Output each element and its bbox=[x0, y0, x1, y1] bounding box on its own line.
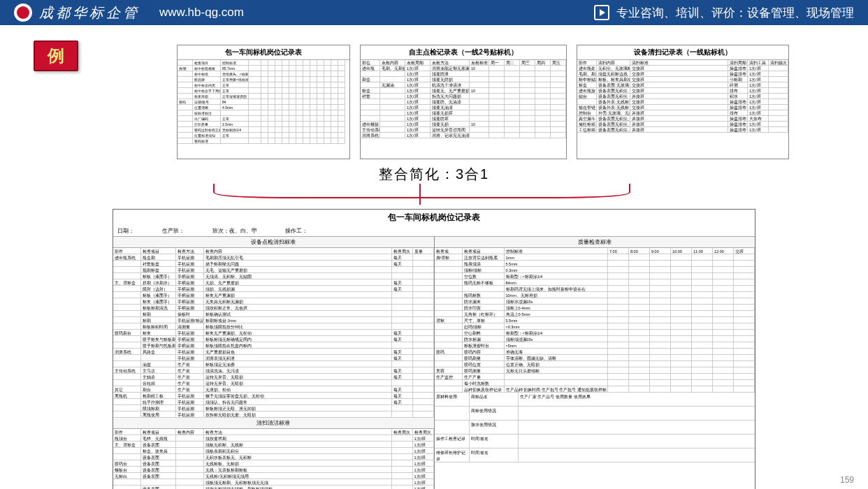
form1-record: 包一车间标机岗位记录表 检查项目控制标准身/喷标中标签规格85.7mm标中标纸无… bbox=[177, 45, 350, 159]
form2-title: 自主点检记录表（一线2号贴标机） bbox=[361, 45, 566, 60]
logo-icon bbox=[14, 3, 32, 22]
merge-connector bbox=[85, 184, 783, 205]
source-forms-row: 包一车间标机岗位记录表 检查项目控制标准身/喷标中标签规格85.7mm标中标纸无… bbox=[119, 45, 847, 159]
tagline: 专业咨询、培训、评价：设备管理、现场管理 bbox=[616, 5, 854, 21]
play-icon bbox=[594, 5, 609, 20]
cleaning-header: 清扫清洁标准 bbox=[113, 418, 434, 429]
form3-cleaning: 设备清扫记录表（一线贴标机） 部件清扫内容清扫标准清扫周期清扫工具清扫频次进出瓶… bbox=[577, 45, 789, 159]
meta-shift: 生产班： bbox=[162, 227, 185, 235]
form2-inspection: 自主点检记录表（一线2号贴标机） 部位点检内容点检周期点检方法点检标准周一周二周… bbox=[360, 45, 567, 159]
left-section-header: 设备点检清扫标准 bbox=[113, 237, 434, 248]
merge-label: 整合简化：3合1 bbox=[21, 165, 847, 184]
company-name: 成都华标企管 bbox=[39, 3, 140, 22]
example-badge: 例 bbox=[34, 41, 78, 71]
bigform-meta: 日期： 生产班： 班次：夜、白、甲 操作工： bbox=[113, 226, 755, 237]
form1-title: 包一车间标机岗位记录表 bbox=[178, 45, 349, 60]
right-section-header: 质量检查标准 bbox=[435, 237, 755, 248]
bigform-title: 包一车间标机岗位记录表 bbox=[113, 210, 755, 226]
combined-form: 包一车间标机岗位记录表 日期： 生产班： 班次：夜、白、甲 操作工： 设备点检清… bbox=[113, 209, 755, 489]
website-url: www.hb-qg.com bbox=[159, 6, 244, 20]
meta-operator: 操作工： bbox=[285, 227, 308, 235]
header-bar: 成都华标企管 www.hb-qg.com 专业咨询、培训、评价：设备管理、现场管… bbox=[0, 0, 868, 25]
form3-title: 设备清扫记录表（一线贴标机） bbox=[577, 45, 788, 60]
meta-class: 班次：夜、白、甲 bbox=[212, 227, 257, 235]
meta-date: 日期： bbox=[117, 227, 134, 235]
page-number: 159 bbox=[840, 475, 854, 485]
